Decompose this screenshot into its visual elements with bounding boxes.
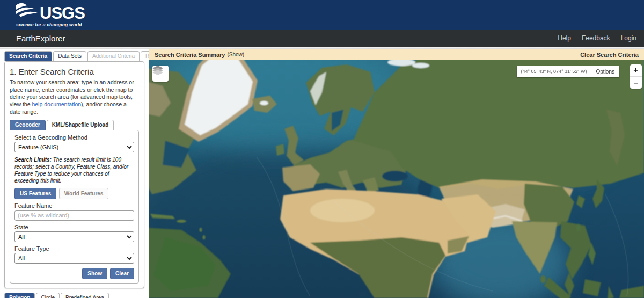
feature-scope-buttons: US Features World Features xyxy=(14,188,134,199)
map-zoom-control: + − xyxy=(630,64,642,89)
us-features-button[interactable]: US Features xyxy=(14,188,56,199)
tab-circle[interactable]: Circle xyxy=(36,293,60,298)
geocoding-method-label: Select a Geocoding Method xyxy=(14,134,134,141)
summary-label: Search Criteria Summary xyxy=(155,52,225,58)
search-criteria-summary-bar: Search Criteria Summary (Show) Clear Sea… xyxy=(149,49,644,60)
help-documentation-link[interactable]: help documentation xyxy=(32,101,81,107)
state-select[interactable]: All xyxy=(14,231,134,242)
earthexplorer-toolbar: EarthExplorer Help Feedback Login xyxy=(0,30,644,47)
map-options-button[interactable]: Options xyxy=(591,66,619,77)
cursor-coordinates: (44° 05' 43" N, 074° 31' 52" W) xyxy=(517,66,591,77)
summary-show-toggle[interactable]: (Show) xyxy=(227,52,244,57)
usgs-logo[interactable]: USGS science for a changing world xyxy=(16,2,85,27)
tab-geocoder[interactable]: Geocoder xyxy=(10,120,46,130)
tab-data-sets[interactable]: Data Sets xyxy=(53,51,86,61)
nav-login-link[interactable]: Login xyxy=(621,34,636,42)
earthexplorer-app: USGS science for a changing world EarthE… xyxy=(0,0,644,298)
search-limits-note: Search Limits: The search result limit i… xyxy=(14,156,134,184)
search-criteria-panel: Search Criteria Data Sets Additional Cri… xyxy=(0,49,149,298)
world-map[interactable]: (44° 05' 43" N, 074° 31' 52" W) Options … xyxy=(149,60,644,298)
geocoder-form: Select a Geocoding Method Feature (GNIS)… xyxy=(10,130,139,284)
tab-polygon[interactable]: Polygon xyxy=(4,293,35,298)
area-tab-bar: Polygon Circle Predefined Area xyxy=(4,293,144,298)
zoom-in-button[interactable]: + xyxy=(630,64,642,77)
usgs-wave-icon xyxy=(16,2,38,20)
app-title: EarthExplorer xyxy=(16,34,65,43)
tab-kml-shapefile-upload[interactable]: KML/Shapefile Upload xyxy=(47,120,114,130)
tab-results: Results xyxy=(141,51,149,61)
geocoding-method-select[interactable]: Feature (GNIS) xyxy=(14,142,134,152)
world-features-button[interactable]: World Features xyxy=(59,188,109,199)
layers-icon xyxy=(152,66,163,75)
feature-name-label: Feature Name xyxy=(14,202,134,209)
tab-search-criteria[interactable]: Search Criteria xyxy=(4,51,52,61)
zoom-out-button[interactable]: − xyxy=(630,77,642,89)
panel-tab-bar: Search Criteria Data Sets Additional Cri… xyxy=(4,51,144,61)
feature-type-label: Feature Type xyxy=(14,245,134,252)
map-region: Search Criteria Summary (Show) Clear Sea… xyxy=(149,49,644,298)
nav-help-link[interactable]: Help xyxy=(558,34,571,42)
layers-control[interactable] xyxy=(152,66,169,82)
show-button[interactable]: Show xyxy=(82,268,107,279)
usgs-header-bar: USGS science for a changing world xyxy=(0,0,644,30)
usgs-tagline: science for a changing world xyxy=(16,22,85,27)
tab-predefined-area[interactable]: Predefined Area xyxy=(61,293,109,298)
state-label: State xyxy=(14,224,134,230)
enter-search-criteria-section: 1. Enter Search Criteria To narrow your … xyxy=(4,61,144,288)
geocoder-tab-bar: Geocoder KML/Shapefile Upload xyxy=(10,120,139,130)
map-coordinate-bar: (44° 05' 43" N, 074° 31' 52" W) Options xyxy=(517,66,619,77)
feature-name-input[interactable] xyxy=(14,210,134,221)
section-heading: 1. Enter Search Criteria xyxy=(10,67,139,76)
clear-button[interactable]: Clear xyxy=(110,268,134,279)
top-nav: Help Feedback Login xyxy=(558,34,636,42)
nav-feedback-link[interactable]: Feedback xyxy=(582,34,610,42)
usgs-logo-text: USGS xyxy=(40,6,85,20)
feature-type-select[interactable]: All xyxy=(14,253,134,264)
clear-search-criteria-link[interactable]: Clear Search Criteria xyxy=(580,52,639,58)
map-canvas xyxy=(149,60,644,298)
section-intro: To narrow your search area: type in an a… xyxy=(10,79,139,115)
tab-additional-criteria: Additional Criteria xyxy=(87,51,140,61)
